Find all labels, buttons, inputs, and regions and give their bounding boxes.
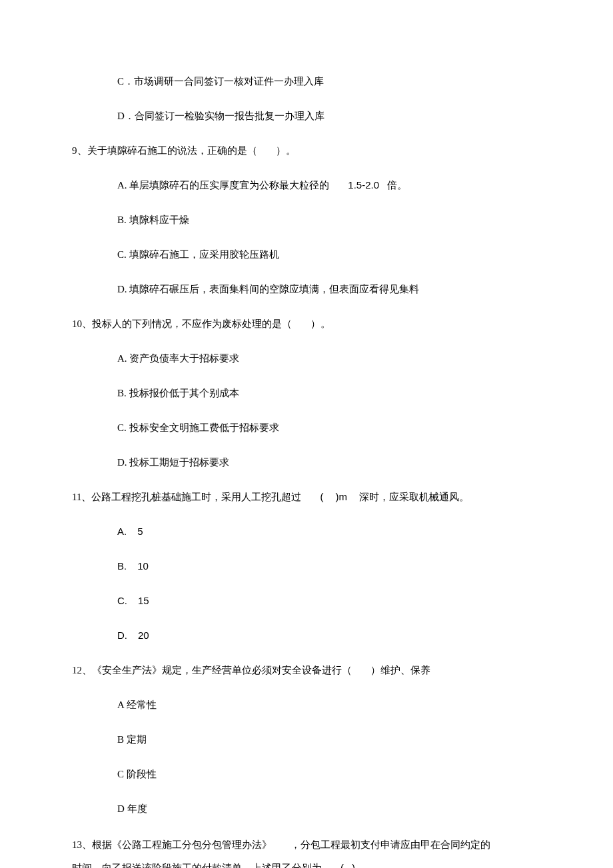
option-d: D. 填隙碎石碾压后，表面集料间的空隙应填满，但表面应看得见集料 <box>117 281 541 297</box>
blank-left: ( <box>340 862 344 869</box>
option-c: C．市场调研一合同签订一核对证件一办理入库 <box>117 73 541 89</box>
option-label: A. <box>117 526 127 537</box>
option-text: C. 填隙碎石施工，应采用胶轮压路机 <box>117 249 279 260</box>
option-d: D．合同签订一检验实物一报告批复一办理入库 <box>117 108 541 124</box>
option-text: D. 投标工期短于招标要求 <box>117 457 229 468</box>
option-d: D 年度 <box>117 801 541 817</box>
option-c: C. 投标安全文明施工费低于招标要求 <box>117 420 541 436</box>
option-text: B. 填隙料应干燥 <box>117 215 189 225</box>
option-b: B.10 <box>117 558 541 574</box>
option-label: D. <box>117 630 127 641</box>
blank-left: ( <box>320 491 323 502</box>
option-text: C. 投标安全文明施工费低于招标要求 <box>117 422 279 433</box>
option-b: B. 投标报价低于其个别成本 <box>117 385 541 401</box>
option-b: B. 填隙料应干燥 <box>117 212 541 228</box>
option-text: B 定期 <box>117 734 147 745</box>
option-label: B. <box>117 560 127 572</box>
option-text: D．合同签订一检验实物一报告批复一办理入库 <box>117 111 324 121</box>
document-page: C．市场调研一合同签订一核对证件一办理入库 D．合同签订一检验实物一报告批复一办… <box>0 0 613 868</box>
option-a: A.5 <box>117 524 541 540</box>
option-label: C. <box>117 595 127 606</box>
question-stem: ）维护、保养 <box>370 665 430 675</box>
question-11: 11、公路工程挖孔桩基础施工时，采用人工挖孔超过()m深时，应采取机械通风。 <box>72 489 541 505</box>
option-c: C. 填隙碎石施工，应采用胶轮压路机 <box>117 246 541 262</box>
option-text: C．市场调研一合同签订一核对证件一办理入库 <box>117 76 324 87</box>
option-value: 5 <box>137 526 143 537</box>
option-a: A. 资产负债率大于招标要求 <box>117 350 541 366</box>
question-13: 13、根据《公路工程施工分包分包管理办法》，分包工程最初支付申请应由甲在合同约定… <box>72 835 541 855</box>
question-stem: 时间，向乙报送该阶段施工的付款清单。上述甲乙分别为 <box>72 863 322 869</box>
question-stem: ，分包工程最初支付申请应由甲在合同约定的 <box>291 839 490 850</box>
blank-right: ) <box>352 862 355 869</box>
option-c: C 阶段性 <box>117 766 541 782</box>
option-b: B 定期 <box>117 731 541 747</box>
question-stem: 深时，应采取机械通风。 <box>359 492 469 502</box>
question-12: 12、《安全生产法》规定，生产经营单位必须对安全设备进行（）维护、保养 <box>72 662 541 678</box>
option-value: 1.5-2.0 <box>348 179 379 191</box>
option-text: A. 资产负债率大于招标要求 <box>117 353 239 364</box>
question-stem: ）。 <box>276 145 296 156</box>
option-text: 倍。 <box>387 180 407 191</box>
option-value: 15 <box>138 595 149 606</box>
question-stem: 。 <box>363 863 373 869</box>
option-text: A 经常性 <box>117 699 157 710</box>
option-text: D 年度 <box>117 803 147 814</box>
option-text: D. 填隙碎石碾压后，表面集料间的空隙应填满，但表面应看得见集料 <box>117 284 419 294</box>
option-value: 20 <box>138 630 149 641</box>
option-value: 10 <box>137 560 149 572</box>
question-10: 10、投标人的下列情况，不应作为废标处理的是（）。 <box>72 316 541 332</box>
question-stem: 13、根据《公路工程施工分包分包管理办法》 <box>72 839 272 850</box>
option-text: A. 单层填隙碎石的压实厚度宜为公称最大粒径的 <box>117 180 329 191</box>
blank-right: )m <box>335 491 347 502</box>
option-d: D. 投标工期短于招标要求 <box>117 454 541 470</box>
option-text: B. 投标报价低于其个别成本 <box>117 388 239 398</box>
question-stem: 11、公路工程挖孔桩基础施工时，采用人工挖孔超过 <box>72 492 301 502</box>
option-a: A 经常性 <box>117 697 541 713</box>
question-stem: ）。 <box>310 318 330 329</box>
option-c: C.15 <box>117 593 541 609</box>
option-d: D.20 <box>117 628 541 644</box>
question-stem: 10、投标人的下列情况，不应作为废标处理的是（ <box>72 318 292 329</box>
question-9: 9、关于填隙碎石施工的说法，正确的是（）。 <box>72 143 541 159</box>
question-stem: 12、《安全生产法》规定，生产经营单位必须对安全设备进行（ <box>72 665 352 675</box>
question-stem: 9、关于填隙碎石施工的说法，正确的是（ <box>72 145 257 156</box>
option-a: A. 单层填隙碎石的压实厚度宜为公称最大粒径的1.5-2.0倍。 <box>117 177 541 193</box>
question-13-cont: 时间，向乙报送该阶段施工的付款清单。上述甲乙分别为()。 <box>72 860 541 869</box>
option-text: C 阶段性 <box>117 769 157 779</box>
